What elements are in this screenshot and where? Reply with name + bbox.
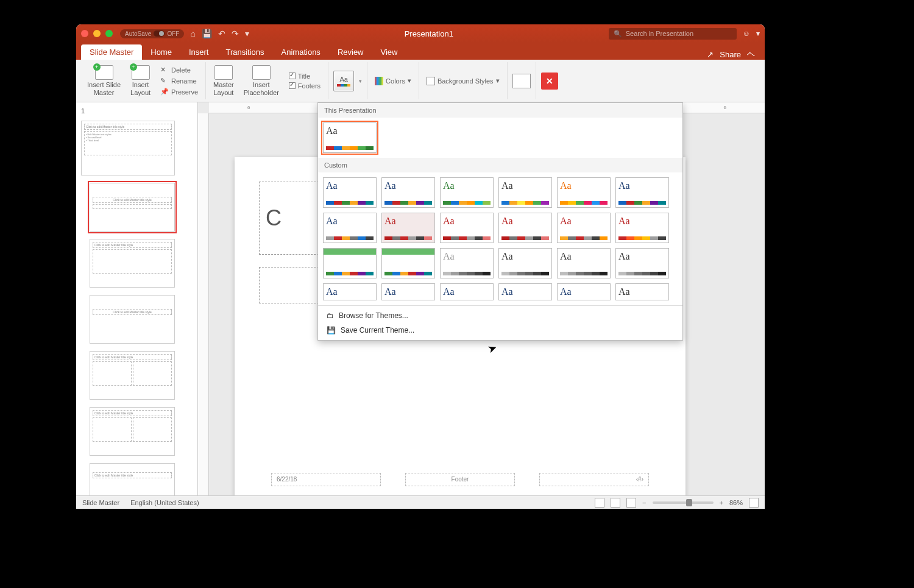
theme-swatch-current[interactable]: Aa	[323, 122, 377, 153]
workspace: 1 Click to edit Master title style • Edi…	[76, 102, 765, 495]
save-theme-menu-item[interactable]: 💾Save Current Theme...	[318, 323, 682, 338]
account-dropdown-icon[interactable]: ▾	[756, 29, 760, 38]
title-checkbox[interactable]: Title	[286, 72, 323, 80]
qat-more-icon[interactable]: ▾	[245, 29, 249, 38]
theme-swatch[interactable]: Aa	[498, 248, 552, 278]
theme-swatch[interactable]: Aa	[323, 177, 377, 208]
dropdown-menu: 🗀Browse for Themes... 💾Save Current Them…	[318, 305, 682, 340]
preserve-button[interactable]: 📌Preserve	[158, 87, 200, 97]
undo-icon[interactable]: ↶	[218, 29, 225, 38]
close-window-button[interactable]	[81, 30, 88, 37]
layout-thumbnail[interactable]: Click to edit Master title style	[90, 407, 175, 456]
layout-thumbnail[interactable]: Click to edit Master title style	[90, 183, 175, 232]
tab-animations[interactable]: Animations	[273, 44, 329, 60]
theme-swatch[interactable]: Aa	[557, 177, 611, 208]
preserve-icon: 📌	[160, 88, 169, 96]
close-master-view-button[interactable]: ✕	[541, 73, 558, 90]
dropdown-icon: ▾	[408, 77, 411, 85]
maximize-window-button[interactable]	[105, 30, 113, 37]
share-button[interactable]: Share	[720, 50, 741, 59]
user-account-icon[interactable]: ☺	[743, 29, 750, 38]
layout-thumbnail[interactable]: Click to edit Master title style	[90, 351, 175, 400]
insert-slide-master-button[interactable]: + Insert Slide Master	[85, 64, 123, 97]
theme-swatch[interactable]: Aa	[381, 283, 435, 300]
autosave-switch[interactable]	[154, 30, 165, 37]
theme-swatch[interactable]: Aa	[440, 248, 494, 278]
insert-placeholder-button[interactable]: Insert Placeholder	[241, 64, 282, 97]
theme-swatch[interactable]: Aa	[498, 177, 552, 208]
search-input[interactable]: 🔍 Search in Presentation	[609, 28, 737, 40]
slide-number: 1	[81, 107, 88, 115]
background-styles-button[interactable]: Background Styles ▾	[424, 76, 502, 86]
tab-insert[interactable]: Insert	[180, 44, 218, 60]
theme-swatch[interactable]: Aa	[498, 283, 552, 300]
page-number-placeholder[interactable]: ‹#›	[539, 473, 649, 486]
slide-master-icon: +	[95, 65, 113, 80]
dropdown-section-label: Custom	[318, 158, 682, 172]
view-mode-label: Slide Master	[82, 499, 119, 506]
master-thumbnail[interactable]: Click to edit Master title style • Edit …	[81, 121, 175, 175]
checkbox-icon	[289, 82, 296, 89]
fit-to-window-button[interactable]	[749, 498, 759, 508]
zoom-slider[interactable]	[653, 501, 714, 504]
slide-sorter-view-button[interactable]	[611, 498, 620, 508]
insert-layout-button[interactable]: + Insert Layout	[128, 64, 153, 97]
footers-checkbox[interactable]: Footers	[286, 82, 323, 90]
tab-transitions[interactable]: Transitions	[217, 44, 272, 60]
tab-slide-master[interactable]: Slide Master	[81, 44, 142, 60]
theme-swatch[interactable]: Aa	[323, 283, 377, 300]
theme-swatch[interactable]: Aa	[615, 177, 669, 208]
zoom-level[interactable]: 86%	[729, 499, 743, 506]
browse-themes-menu-item[interactable]: 🗀Browse for Themes...	[318, 308, 682, 323]
tab-home[interactable]: Home	[142, 44, 180, 60]
tab-review[interactable]: Review	[329, 44, 372, 60]
layout-thumbnail[interactable]: Click to edit Master title style	[90, 239, 175, 288]
theme-swatch[interactable]: Aa	[615, 248, 669, 278]
slide-size-button[interactable]	[512, 74, 531, 88]
theme-swatch[interactable]: Aa	[557, 283, 611, 300]
themes-dropdown-arrow-icon[interactable]: ▾	[359, 78, 362, 84]
save-icon: 💾	[327, 326, 336, 335]
themes-grid: Aa Aa Aa Aa Aa Aa Aa Aa Aa Aa Aa Aa	[318, 172, 682, 305]
theme-swatch[interactable]	[381, 248, 435, 278]
language-label[interactable]: English (United States)	[130, 499, 199, 506]
normal-view-button[interactable]	[595, 498, 604, 508]
theme-swatch[interactable]: Aa	[381, 177, 435, 208]
theme-swatch[interactable]: Aa	[615, 213, 669, 243]
layout-thumbnail[interactable]: Click to edit Master title style	[90, 463, 175, 495]
footer-placeholder[interactable]: Footer	[405, 473, 515, 486]
theme-swatch[interactable]: Aa	[440, 283, 494, 300]
themes-gallery-button[interactable]: Aa	[333, 71, 354, 91]
redo-icon[interactable]: ↷	[232, 29, 239, 38]
share-icon[interactable]: ↗	[707, 50, 714, 59]
theme-swatch[interactable]: Aa	[557, 213, 611, 243]
layout-thumbnail[interactable]: Click to edit Master title style	[90, 295, 175, 344]
quick-access-toolbar: ⌂ 💾 ↶ ↷ ▾	[190, 29, 249, 38]
theme-swatch[interactable]: Aa	[381, 213, 435, 243]
search-placeholder: Search in Presentation	[626, 30, 693, 37]
title-bar: AutoSave OFF ⌂ 💾 ↶ ↷ ▾ Presentation1 🔍 S…	[76, 24, 765, 43]
theme-swatch[interactable]: Aa	[498, 213, 552, 243]
theme-swatch[interactable]: Aa	[323, 213, 377, 243]
autosave-toggle[interactable]: AutoSave OFF	[120, 29, 184, 38]
home-icon[interactable]: ⌂	[190, 29, 195, 38]
delete-button[interactable]: ✕Delete	[158, 65, 200, 75]
date-placeholder[interactable]: 6/22/18	[271, 473, 381, 486]
theme-swatch[interactable]	[323, 248, 377, 278]
master-layout-button[interactable]: Master Layout	[211, 64, 236, 97]
search-icon: 🔍	[614, 30, 622, 38]
rename-button[interactable]: ✎Rename	[158, 76, 200, 86]
zoom-out-button[interactable]: −	[642, 499, 646, 506]
minimize-window-button[interactable]	[93, 30, 101, 37]
colors-button[interactable]: Colors ▾	[372, 76, 414, 86]
theme-swatch[interactable]: Aa	[440, 213, 494, 243]
theme-swatch[interactable]: Aa	[615, 283, 669, 300]
slide-thumbnails-panel[interactable]: 1 Click to edit Master title style • Edi…	[76, 102, 198, 495]
theme-swatch[interactable]: Aa	[557, 248, 611, 278]
reading-view-button[interactable]	[626, 498, 636, 508]
collapse-ribbon-icon[interactable]: ヘ	[747, 49, 755, 60]
zoom-in-button[interactable]: +	[720, 499, 723, 506]
save-icon[interactable]: 💾	[202, 29, 212, 38]
theme-swatch[interactable]: Aa	[440, 177, 494, 208]
tab-view[interactable]: View	[372, 44, 406, 60]
